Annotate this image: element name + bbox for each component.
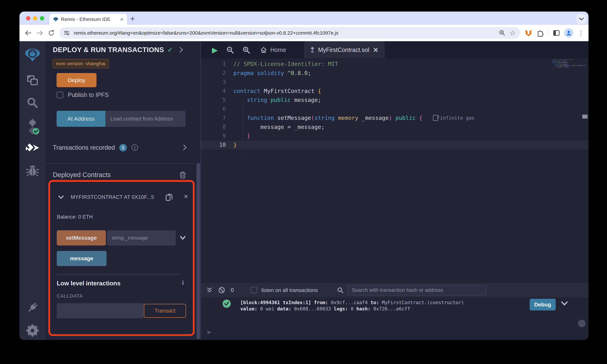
debugger-bug-icon[interactable] xyxy=(19,165,45,177)
tab-close-icon[interactable]: ✕ xyxy=(373,46,379,54)
url-bar[interactable]: remix.ethereum.org/#lang=en&optimize=fal… xyxy=(59,27,520,39)
browser-tabstrip: Remix - Ethereum IDE × + xyxy=(19,12,589,25)
code-lines: 1// SPDX-License-Identifier: MIT2pragma … xyxy=(201,60,589,149)
code-line-8[interactable]: 8 message = _message; xyxy=(201,122,589,131)
gas-pump-icon xyxy=(433,115,438,121)
browser-navbar: remix.ethereum.org/#lang=en&optimize=fal… xyxy=(19,25,589,41)
zoom-out-icon[interactable] xyxy=(226,46,234,54)
plugin-manager-icon[interactable] xyxy=(19,301,45,314)
evm-version-badge: evm version: shanghai xyxy=(53,59,109,68)
transactions-info-icon[interactable]: ⓘ xyxy=(132,143,138,152)
code-line-9[interactable]: 9 } xyxy=(201,131,589,141)
debug-button[interactable]: Debug xyxy=(530,299,556,311)
deploy-button[interactable]: Deploy xyxy=(57,73,96,87)
listen-all-label: listen on all transactions xyxy=(262,287,318,293)
side-panel-icon[interactable] xyxy=(553,29,560,37)
pending-tx-count: 0 xyxy=(231,287,234,293)
low-level-info-icon[interactable]: i xyxy=(182,279,184,286)
code-line-5[interactable]: 5 string public message; xyxy=(201,95,589,104)
listen-all-row[interactable]: listen on all transactions xyxy=(239,287,318,293)
new-tab-button[interactable]: + xyxy=(130,14,135,23)
home-icon xyxy=(260,47,267,53)
at-address-input[interactable] xyxy=(106,111,185,127)
minimap[interactable]: // SPDX-License-Identifier: MITpragma so… xyxy=(552,59,586,88)
gas-estimate-annotation: infinite gas xyxy=(433,115,475,121)
traffic-close-button[interactable] xyxy=(26,16,30,20)
bookmark-star-icon[interactable]: ☆ xyxy=(509,29,516,37)
zoom-in-icon[interactable] xyxy=(242,46,250,54)
code-line-2[interactable]: 2pragma solidity ^0.8.0; xyxy=(201,69,589,78)
back-icon[interactable] xyxy=(24,29,32,37)
tab-home[interactable]: Home xyxy=(260,47,286,53)
tab-close-icon[interactable]: × xyxy=(120,16,123,23)
code-line-4[interactable]: 4contract MyFirstContract { xyxy=(201,87,589,96)
code-line-3[interactable]: 3 xyxy=(201,78,589,87)
listen-all-checkbox[interactable] xyxy=(251,287,257,293)
home-tab-label: Home xyxy=(270,47,286,53)
expand-params-chevron-icon[interactable] xyxy=(180,236,185,240)
contract-balance: Balance: 0 ETH xyxy=(57,214,93,220)
forward-icon[interactable] xyxy=(36,29,43,37)
browser-tab[interactable]: Remix - Ethereum IDE × xyxy=(50,14,127,25)
transactions-chevron-right-icon[interactable] xyxy=(183,144,187,150)
deploy-run-icon[interactable] xyxy=(19,143,45,154)
message-getter-button[interactable]: message xyxy=(57,251,106,266)
collapse-terminal-icon[interactable] xyxy=(207,287,212,293)
terminal-search xyxy=(337,285,487,295)
metamask-fox-icon[interactable] xyxy=(525,29,532,37)
tab-myfirstcontract[interactable]: MyFirstContract.sol ✕ xyxy=(304,41,384,58)
transact-button[interactable]: Transact xyxy=(144,304,186,318)
search-icon[interactable] xyxy=(19,97,45,108)
extensions-puzzle-icon[interactable] xyxy=(537,29,544,37)
terminal-scrollbar-thumb[interactable] xyxy=(578,320,586,327)
run-script-play-icon[interactable]: ▶ xyxy=(212,46,218,54)
profile-avatar[interactable] xyxy=(564,28,573,38)
terminal-toolbar: 0 listen on all transactions xyxy=(201,283,589,297)
editor-scrollbar[interactable] xyxy=(582,115,588,118)
calldata-input[interactable] xyxy=(57,303,144,318)
contract-chevron-down-icon[interactable] xyxy=(58,195,64,199)
panel-chevron-right-icon[interactable] xyxy=(179,47,183,53)
clear-console-icon[interactable] xyxy=(218,287,225,294)
transactions-count-badge: 1 xyxy=(119,144,127,152)
traffic-minimize-button[interactable] xyxy=(33,16,37,20)
contract-close-icon[interactable]: × xyxy=(184,193,188,200)
copy-address-icon[interactable] xyxy=(165,193,173,201)
traffic-zoom-button[interactable] xyxy=(40,16,44,20)
tab-title: Remix - Ethereum IDE xyxy=(61,16,118,22)
code-line-7[interactable]: 7 function setMessage(string memory _mes… xyxy=(201,113,589,122)
search-icon xyxy=(337,287,343,293)
remix-favicon-icon xyxy=(53,17,58,22)
reload-icon[interactable] xyxy=(48,29,55,37)
solidity-compiler-icon[interactable] xyxy=(19,118,45,135)
editor-tabbar: ▶ Home MyFirstContract.sol ✕ xyxy=(201,41,589,59)
deployed-contract-header[interactable]: MYFIRSTCONTRACT AT 0X10F...5 × xyxy=(58,194,190,200)
terminal-search-input[interactable] xyxy=(347,285,487,295)
url-text[interactable]: remix.ethereum.org/#lang=en&optimize=fal… xyxy=(74,30,495,36)
tune-icon[interactable] xyxy=(64,30,70,36)
deployed-contracts-label: Deployed Contracts xyxy=(53,171,111,179)
at-address-button[interactable]: At Address xyxy=(57,111,106,127)
transaction-log-text[interactable]: [block:4994361 txIndex:1] from: 0x9cf...… xyxy=(240,299,467,312)
set-message-button[interactable]: setMessage xyxy=(57,230,106,246)
page-zoom-icon[interactable] xyxy=(499,30,505,36)
remix-icon-panel xyxy=(19,41,45,340)
file-explorer-icon[interactable] xyxy=(19,74,45,86)
code-line-6[interactable]: 6 xyxy=(201,104,589,114)
solidity-file-icon xyxy=(310,47,315,53)
publish-ipfs-checkbox[interactable] xyxy=(57,92,63,98)
settings-gear-icon[interactable] xyxy=(19,324,45,337)
clear-contracts-trash-icon[interactable] xyxy=(179,171,186,179)
code-line-10[interactable]: 10} xyxy=(201,141,589,150)
calldata-label: CALLDATA xyxy=(57,293,83,299)
active-tab-label: MyFirstContract.sol xyxy=(318,47,369,53)
terminal-prompt[interactable]: > xyxy=(207,328,211,336)
set-message-input[interactable] xyxy=(107,230,176,246)
side-panel-scrollbar[interactable] xyxy=(197,163,200,339)
tab-search-button[interactable] xyxy=(577,14,586,24)
code-editor[interactable]: 1// SPDX-License-Identifier: MIT2pragma … xyxy=(201,59,589,283)
low-level-interactions-label: Low level interactions xyxy=(57,280,120,287)
browser-menu-icon[interactable]: ⋮ xyxy=(578,29,584,37)
code-line-1[interactable]: 1// SPDX-License-Identifier: MIT xyxy=(201,60,589,69)
log-expand-chevron-icon[interactable] xyxy=(561,301,568,306)
